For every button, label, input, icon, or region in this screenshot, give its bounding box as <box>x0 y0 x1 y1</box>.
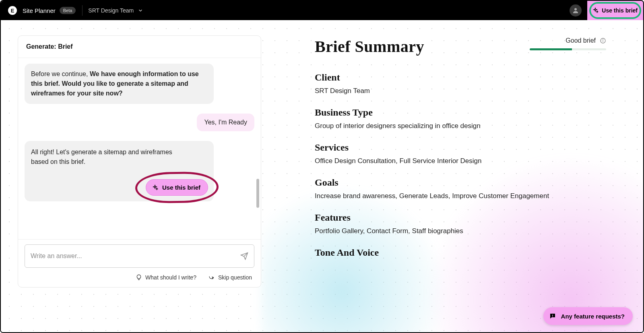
chat-area: Before we continue, We have enough infor… <box>18 58 261 240</box>
main-canvas: Generate: Brief Before we continue, We h… <box>1 20 643 332</box>
section-heading: Client <box>315 72 340 83</box>
svg-point-3 <box>603 39 603 40</box>
section-heading: Business Type <box>315 107 373 118</box>
section-business-type: Business Type Group of interior designer… <box>315 107 606 130</box>
team-name: SRT Design Team <box>88 7 134 14</box>
section-tone: Tone And Voice <box>315 247 606 262</box>
brief-summary: Brief Summary Good brief Client SRT Desi… <box>315 37 610 332</box>
section-value: Increase brand awareness, Generate Leads… <box>315 192 549 200</box>
progress-bar <box>530 48 606 50</box>
section-value: SRT Design Team <box>315 87 370 95</box>
hint-row: What should I write? Skip question <box>18 270 261 287</box>
hint-label: Skip question <box>218 274 252 281</box>
section-heading: Features <box>315 212 351 223</box>
hint-skip[interactable]: Skip question <box>208 274 252 281</box>
ai-message-prefix: Before we continue, <box>31 70 90 77</box>
use-brief-label: Use this brief <box>162 184 200 191</box>
svg-rect-5 <box>552 316 553 317</box>
lightbulb-icon <box>136 274 142 281</box>
use-brief-button-chat[interactable]: Use this brief <box>146 179 208 196</box>
skip-arrow-icon <box>208 274 215 281</box>
section-features: Features Portfolio Gallery, Contact Form… <box>315 212 606 235</box>
hint-label: What should I write? <box>145 274 196 281</box>
section-heading: Tone And Voice <box>315 247 379 258</box>
status-label: Good brief <box>566 37 596 44</box>
use-brief-top-highlight: Use this brief <box>587 1 643 20</box>
chevron-down-icon <box>138 8 143 13</box>
brief-status: Good brief <box>530 37 606 50</box>
summary-title: Brief Summary <box>315 37 427 56</box>
svg-rect-4 <box>552 314 553 316</box>
team-dropdown[interactable]: SRT Design Team <box>88 7 143 14</box>
app-logo: E <box>8 6 17 15</box>
hint-what-write[interactable]: What should I write? <box>136 274 196 281</box>
send-icon[interactable] <box>240 252 248 260</box>
section-value: Office Design Consultation, Full Service… <box>315 157 481 165</box>
section-value: Group of interior designers specializing… <box>315 122 481 130</box>
use-brief-label: Use this brief <box>602 7 638 14</box>
section-goals: Goals Increase brand awareness, Generate… <box>315 177 606 200</box>
info-icon[interactable] <box>600 37 606 44</box>
feedback-button[interactable]: Any feature requests? <box>543 307 633 325</box>
section-services: Services Office Design Consultation, Ful… <box>315 142 606 165</box>
beta-badge: Beta <box>60 7 76 14</box>
feedback-label: Any feature requests? <box>561 313 625 320</box>
section-heading: Services <box>315 142 349 153</box>
sparkle-icon <box>592 7 599 14</box>
section-client: Client SRT Design Team <box>315 72 606 95</box>
divider <box>82 5 83 16</box>
section-heading: Goals <box>315 177 339 188</box>
avatar[interactable] <box>570 4 582 17</box>
svg-point-0 <box>574 8 577 10</box>
chat-panel: Generate: Brief Before we continue, We h… <box>18 35 261 287</box>
chat-bubble-icon <box>549 312 556 320</box>
progress-fill <box>530 48 572 50</box>
section-value: Portfolio Gallery, Contact Form, Staff b… <box>315 227 463 235</box>
ai-message-text: All right! Let's generate a sitemap and … <box>31 147 184 167</box>
panel-header: Generate: Brief <box>18 36 261 58</box>
answer-input-wrap <box>25 244 254 268</box>
ai-message-with-action: All right! Let's generate a sitemap and … <box>25 141 214 201</box>
sparkle-icon <box>152 184 158 191</box>
scrollbar-thumb[interactable] <box>256 179 259 208</box>
use-brief-button-top[interactable]: Use this brief <box>592 7 638 14</box>
answer-input[interactable] <box>31 252 240 260</box>
ai-message: Before we continue, We have enough infor… <box>25 64 214 104</box>
input-row <box>18 240 261 270</box>
app-title: Site Planner <box>23 7 56 14</box>
user-message: Yes, I'm Ready <box>197 114 254 131</box>
top-bar: E Site Planner Beta SRT Design Team Use … <box>1 1 643 20</box>
